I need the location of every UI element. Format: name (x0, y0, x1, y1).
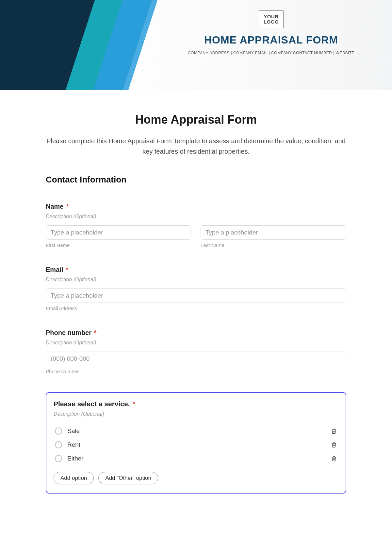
required-mark: * (132, 400, 135, 408)
field-phone: Phone number * Description (Optional) Ph… (46, 329, 346, 374)
header-content: YOUR LOGO HOME APPRAISAL FORM COMPANY AD… (170, 10, 372, 55)
service-sublabel: Description (Optional) (54, 411, 338, 417)
logo-placeholder: YOUR LOGO (259, 10, 284, 28)
name-label: Name * (46, 203, 346, 210)
service-label-text: Please select a service. (54, 400, 130, 408)
section-contact-heading: Contact Information (46, 175, 346, 185)
required-mark: * (66, 203, 69, 210)
required-mark: * (66, 266, 68, 273)
last-name-input[interactable] (201, 225, 346, 240)
service-option-label: Sale (67, 427, 325, 435)
email-under: Email Address (46, 305, 346, 311)
service-label: Please select a service. * (54, 400, 338, 408)
service-option-either[interactable]: Either (54, 452, 338, 465)
radio-icon[interactable] (55, 455, 62, 462)
email-sublabel: Description (Optional) (46, 277, 346, 283)
field-name: Name * Description (Optional) First Name… (46, 203, 346, 248)
service-option-sale[interactable]: Sale (54, 424, 338, 438)
first-name-under: First Name (46, 242, 191, 248)
header-banner: YOUR LOGO HOME APPRAISAL FORM COMPANY AD… (0, 0, 392, 90)
email-label: Email * (46, 266, 346, 273)
required-mark: * (94, 329, 97, 336)
header-subline: COMPANY ADDRESS | COMPANY EMAIL | COMPAN… (170, 51, 372, 55)
header-title: HOME APPRAISAL FORM (170, 34, 372, 46)
first-name-input[interactable] (46, 225, 191, 240)
last-name-under: Last Name (201, 242, 346, 248)
phone-label-text: Phone number (46, 329, 91, 336)
name-label-text: Name (46, 203, 63, 210)
service-option-rent[interactable]: Rent (54, 438, 338, 452)
logo-text-line1: YOUR (264, 14, 278, 19)
email-label-text: Email (46, 266, 63, 273)
phone-under: Phone Number (46, 369, 346, 374)
field-service[interactable]: Please select a service. * Description (… (46, 392, 346, 494)
phone-sublabel: Description (Optional) (46, 340, 346, 346)
delete-option-icon[interactable] (331, 441, 337, 448)
page-title: Home Appraisal Form (46, 113, 346, 127)
phone-input[interactable] (46, 352, 346, 366)
email-input[interactable] (46, 288, 346, 303)
delete-option-icon[interactable] (331, 455, 337, 462)
service-option-label: Rent (67, 441, 325, 448)
add-option-button[interactable]: Add option (54, 472, 94, 484)
page-description: Please complete this Home Appraisal Form… (46, 136, 346, 157)
name-sublabel: Description (Optional) (46, 214, 346, 219)
radio-icon[interactable] (55, 441, 62, 448)
phone-label: Phone number * (46, 329, 346, 337)
service-option-label: Either (67, 455, 325, 462)
form-body: Home Appraisal Form Please complete this… (46, 113, 346, 494)
add-other-option-button[interactable]: Add "Other" option (98, 472, 158, 484)
field-email: Email * Description (Optional) Email Add… (46, 266, 346, 311)
radio-icon[interactable] (55, 427, 62, 435)
delete-option-icon[interactable] (331, 427, 337, 435)
logo-text-line2: LOGO (264, 19, 279, 25)
service-options: Sale Rent (54, 424, 338, 465)
